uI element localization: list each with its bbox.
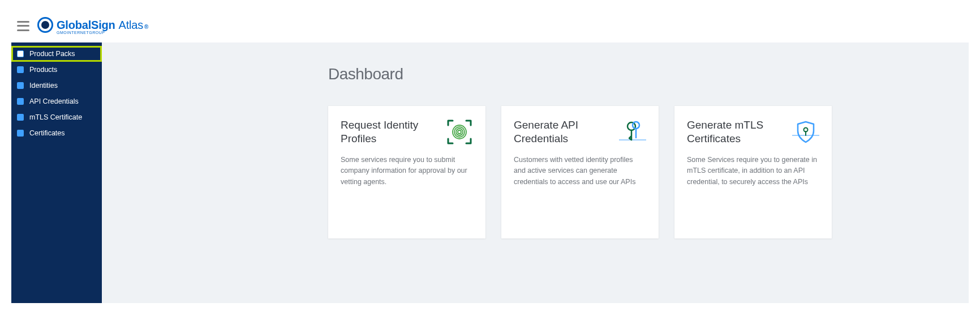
card-description: Some services require you to submit comp… (341, 155, 473, 188)
sidebar-item-api-credentials[interactable]: API Credentials (11, 93, 102, 109)
logo-eye-icon (37, 17, 53, 33)
card-generate-mtls-certificates[interactable]: Generate mTLS Certificates Some Services… (674, 106, 832, 238)
keys-icon (619, 118, 646, 146)
page-title: Dashboard (328, 65, 946, 83)
logo[interactable]: GlobalSign Atlas ® GMOINTERNETGROUP (37, 17, 148, 35)
card-description: Customers with vetted identity profiles … (514, 155, 646, 188)
sidebar-item-product-packs[interactable]: Product Packs (11, 46, 102, 62)
shield-icon (792, 118, 819, 146)
svg-point-5 (627, 122, 635, 130)
logo-product: Atlas (119, 19, 143, 32)
main-content: Dashboard Request Identity Profiles (102, 42, 969, 303)
card-generate-api-credentials[interactable]: Generate API Credentials Customers with … (501, 106, 659, 238)
logo-brand: GlobalSign (57, 19, 115, 32)
svg-point-3 (458, 130, 461, 134)
menu-toggle-icon[interactable] (17, 21, 29, 31)
key-icon (17, 98, 24, 105)
card-title: Generate API Credentials (514, 118, 604, 146)
cert-icon (17, 130, 24, 137)
sidebar-item-label: mTLS Certificate (29, 113, 82, 121)
card-description: Some Services require you to generate in… (687, 155, 819, 188)
sidebar-item-products[interactable]: Products (11, 62, 102, 78)
sidebar-item-label: Products (29, 66, 57, 74)
shield-small-icon (17, 114, 24, 121)
card-request-identity-profiles[interactable]: Request Identity Profiles Some services (328, 106, 485, 238)
dashboard-cards: Request Identity Profiles Some services (328, 106, 946, 238)
sidebar-item-mtls-certificate[interactable]: mTLS Certificate (11, 109, 102, 125)
sidebar-item-label: Certificates (29, 129, 65, 137)
card-title: Request Identity Profiles (341, 118, 431, 146)
svg-point-2 (456, 129, 463, 135)
sidebar-item-label: Product Packs (29, 50, 75, 58)
sidebar-item-label: API Credentials (29, 97, 79, 105)
topbar: GlobalSign Atlas ® GMOINTERNETGROUP (11, 11, 969, 42)
box-icon (17, 50, 24, 57)
sidebar-item-label: Identities (29, 82, 58, 90)
fingerprint-icon (446, 118, 473, 146)
tag-icon (17, 66, 24, 73)
card-title: Generate mTLS Certificates (687, 118, 777, 146)
logo-registered: ® (144, 24, 148, 30)
sidebar: Product Packs Products Identities API Cr… (11, 42, 102, 303)
id-icon (17, 82, 24, 89)
sidebar-item-certificates[interactable]: Certificates (11, 125, 102, 141)
sidebar-item-identities[interactable]: Identities (11, 78, 102, 93)
